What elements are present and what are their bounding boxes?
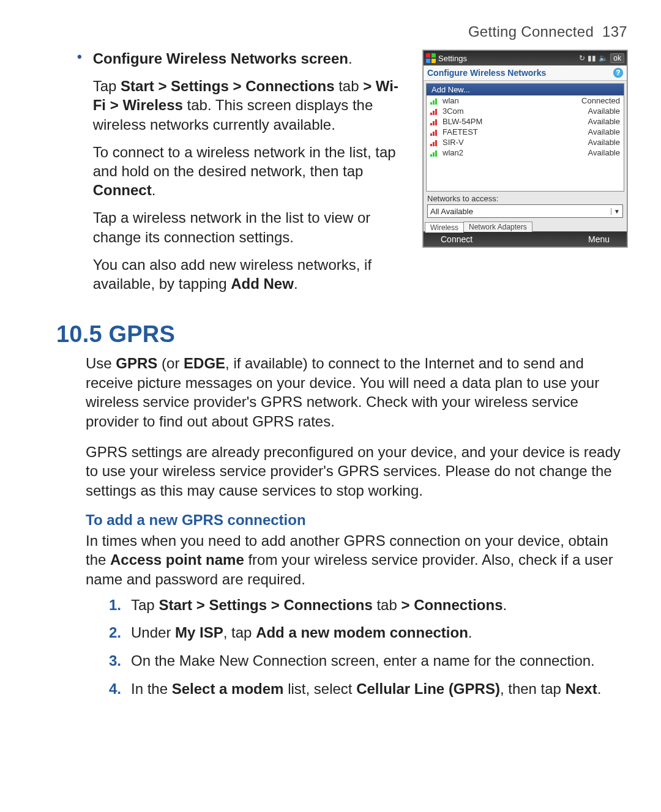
network-name: FAETEST — [443, 127, 588, 136]
device-topbar-title: Settings — [438, 54, 467, 63]
signal-icon: ▮▮ — [588, 54, 596, 62]
device-screen-title: Configure Wireless Networks — [427, 68, 546, 78]
step-1: 1. Tap Start > Settings > Connections ta… — [109, 595, 627, 615]
wifi-signal-icon — [430, 118, 439, 125]
gprs-para-1: Use GPRS (or EDGE, if available) to conn… — [56, 354, 627, 431]
network-row[interactable]: 3ComAvailable — [427, 106, 624, 116]
network-name: BLW-54PM — [443, 117, 588, 126]
network-list: Add New... wlanConnected3ComAvailableBLW… — [426, 83, 624, 192]
page-header: Getting Connected 137 — [56, 23, 627, 40]
steps-list: 1. Tap Start > Settings > Connections ta… — [56, 595, 627, 699]
bullet-title-bold: Configure Wireless Networks screen — [93, 50, 348, 67]
bullet-para-1: Tap Start > Settings > Connections tab >… — [93, 76, 411, 134]
volume-icon: 🔈 — [599, 54, 608, 62]
device-softkeys: Connect Menu — [424, 231, 627, 247]
networks-to-access-dropdown[interactable]: All Available ▼ — [427, 204, 623, 218]
step-2: 2. Under My ISP, tap Add a new modem con… — [109, 623, 627, 643]
network-row[interactable]: BLW-54PMAvailable — [427, 116, 624, 127]
step-4: 4. In the Select a modem list, select Ce… — [109, 679, 627, 699]
network-name: wlan2 — [443, 148, 588, 157]
chevron-down-icon: ▼ — [611, 208, 620, 215]
network-name: SIR-V — [443, 138, 588, 147]
add-new-row[interactable]: Add New... — [427, 84, 624, 95]
ok-button[interactable]: ok — [610, 53, 624, 63]
bullet-para-2: To connect to a wireless network in the … — [93, 143, 411, 200]
sync-icon: ↻ — [579, 54, 585, 62]
step-number: 3. — [109, 651, 121, 671]
step-number: 4. — [109, 679, 121, 699]
bullet-content: Configure Wireless Networks screen. Tap … — [93, 49, 411, 302]
wifi-signal-icon — [430, 129, 439, 136]
device-tabs: Wireless Network Adapters — [425, 222, 626, 232]
sub-heading-add-gprs: To add a new GPRS connection — [56, 512, 627, 529]
network-row[interactable]: SIR-VAvailable — [427, 137, 624, 147]
tab-wireless[interactable]: Wireless — [425, 222, 464, 233]
network-status: Available — [588, 148, 620, 157]
network-status: Available — [588, 127, 620, 136]
network-status: Connected — [581, 96, 620, 105]
chapter-title: Getting Connected — [468, 23, 594, 40]
gprs-para-2: GPRS settings are already preconfigured … — [56, 442, 627, 501]
network-row[interactable]: wlanConnected — [427, 95, 624, 106]
bullet-marker: • — [77, 49, 82, 302]
step-number: 1. — [109, 595, 121, 615]
help-icon[interactable]: ? — [613, 68, 623, 78]
softkey-menu[interactable]: Menu — [588, 234, 610, 244]
step-number: 2. — [109, 623, 121, 643]
page-number: 137 — [602, 23, 627, 40]
section-heading-gprs: 10.5 GPRS — [56, 321, 627, 348]
network-status: Available — [588, 117, 620, 126]
device-topbar: Settings ↻ ▮▮ 🔈 ok — [424, 51, 627, 65]
wifi-signal-icon — [430, 97, 439, 105]
bullet-para-4: You can also add new wireless networks, … — [93, 255, 411, 293]
wifi-signal-icon — [430, 149, 439, 157]
device-screen-title-bar: Configure Wireless Networks ? — [424, 65, 627, 81]
network-name: 3Com — [443, 106, 588, 116]
networks-to-access-label: Networks to access: — [427, 194, 623, 203]
bullet-title: Configure Wireless Networks screen. — [93, 49, 411, 68]
bullet-para-3: Tap a wireless network in the list to vi… — [93, 208, 411, 246]
step-3: 3. On the Make New Connection screen, en… — [109, 651, 627, 671]
dropdown-value: All Available — [430, 207, 473, 216]
wifi-signal-icon — [430, 108, 439, 115]
device-screenshot: Settings ↻ ▮▮ 🔈 ok Configure Wireless Ne… — [423, 50, 627, 247]
tab-network-adapters[interactable]: Network Adapters — [463, 222, 532, 232]
network-status: Available — [588, 138, 620, 147]
start-icon[interactable] — [426, 53, 436, 63]
network-row[interactable]: FAETESTAvailable — [427, 127, 624, 137]
network-row[interactable]: wlan2Available — [427, 147, 624, 158]
network-status: Available — [588, 106, 620, 116]
wifi-signal-icon — [430, 139, 439, 146]
softkey-connect[interactable]: Connect — [441, 234, 472, 244]
network-name: wlan — [443, 96, 581, 105]
gprs-para-3: In times when you need to add another GP… — [56, 531, 627, 589]
